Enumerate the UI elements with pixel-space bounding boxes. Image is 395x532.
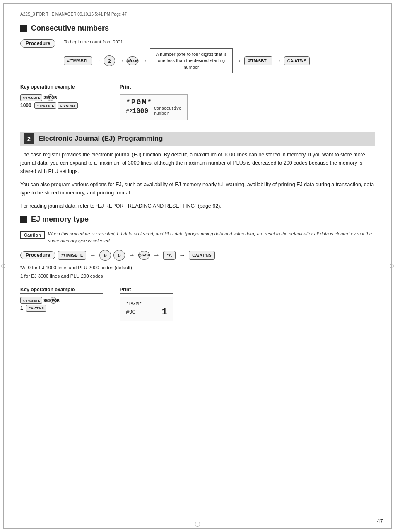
ej-para3: For reading journal data, refer to “EJ R… <box>20 202 375 210</box>
print-1000: 1000 <box>132 108 148 115</box>
print-pgm-1: *PGM* <box>126 98 181 106</box>
key-op-row-2: 1000 #/TM/SBTL CA/AT/NS <box>20 102 103 109</box>
consec-note: Consecutive number <box>154 106 181 116</box>
ej-arrow-4: → <box>179 252 185 259</box>
consecutive-title-text: Consecutive numbers <box>31 24 109 33</box>
key-op-label-1: Key operation example <box>20 84 103 91</box>
key-op-col-1: Key operation example #/TM/SBTL 2 @/FOR … <box>20 84 103 120</box>
ej-arrow-3: → <box>153 252 160 259</box>
caution-badge: Caution <box>20 231 45 239</box>
ej-sbtl-key: #/TM/SBTL <box>58 251 86 260</box>
ca-at-ns-key-1: CA/AT/NS <box>284 56 310 65</box>
ej-for-key: @/FOR <box>138 251 150 260</box>
ej-para1: The cash register provides the electroni… <box>20 151 375 175</box>
ej-section-header: 2 Electronic Journal (EJ) Programming <box>20 132 375 146</box>
footnote-line2: 1 for EJ 3000 lines and PLU 200 codes <box>20 272 375 280</box>
page-header: A22S_3 FOR THE MANAGER 09.10.16 5:41 PM … <box>20 12 375 17</box>
info-box: A number (one to four digits) that is on… <box>150 48 233 73</box>
ej-print-box: *PGM* #90 1 <box>120 297 173 321</box>
ej-1: 1 <box>20 305 23 311</box>
header-text: A22S_3 FOR THE MANAGER 09.10.16 5:41 PM … <box>20 12 127 17</box>
ej-small-sbtl: #/TM/SBTL <box>20 297 42 304</box>
num1000: 1000 <box>20 103 31 108</box>
print-hash2: #2 <box>126 108 132 115</box>
black-square-icon-2 <box>20 216 27 223</box>
ej-para2: You can also program various options for… <box>20 180 375 197</box>
small-sbtl-1: #/TM/SBTL <box>20 94 42 101</box>
ej-procedure-row: Procedure #/TM/SBTL → 9 0 → @/FOR → *A →… <box>20 250 375 261</box>
ej-print-detail: #90 1 <box>126 307 167 317</box>
htm-sbtl-key-1: #/TM/SBTL <box>64 56 92 65</box>
ej-num0-key: 0 <box>113 250 125 261</box>
ej-key-op-row-2: 1 CA/AT/NS <box>20 305 103 312</box>
crop-mark-br <box>385 522 390 527</box>
ej-print-pgm: *PGM* <box>126 301 167 307</box>
ej-key-op-label: Key operation example <box>20 287 103 294</box>
ej-memory-title: EJ memory type <box>20 215 375 224</box>
crop-mark-tl <box>5 5 10 10</box>
flow-note: To begin the count from 0001 <box>64 39 310 44</box>
ej-footnote: *A: 0 for EJ 1000 lines and PLU 2000 cod… <box>20 264 375 280</box>
ej-section-num: 2 <box>24 133 34 144</box>
page-border: A22S_3 FOR THE MANAGER 09.10.16 5:41 PM … <box>3 3 392 529</box>
ej-small-ca: CA/AT/NS <box>26 305 46 312</box>
ej-print-col: Print *PGM* #90 1 <box>120 287 173 321</box>
arrow-3: → <box>141 57 147 65</box>
ej-ca-key: CA/AT/NS <box>189 251 214 260</box>
ej-small-for: @/FOR <box>50 297 57 304</box>
ej-num9-key: 9 <box>99 250 111 261</box>
small-for-1: @/FOR <box>47 94 54 101</box>
side-mark-left <box>1 264 5 268</box>
print-box-1: *PGM* #2 1000 Consecutive number <box>120 94 188 120</box>
key-op-row-1: #/TM/SBTL 2 @/FOR <box>20 94 103 101</box>
arrow-4: → <box>235 57 242 65</box>
ej-arrow-1: → <box>89 252 96 259</box>
crop-mark-tr <box>385 5 390 10</box>
small-sbtl-2: #/TM/SBTL <box>34 102 56 109</box>
at-for-key-1: @/FOR <box>127 56 138 65</box>
caution-box: Caution When this procedure is executed,… <box>20 230 375 244</box>
print-detail-row: #2 1000 Consecutive number <box>126 106 181 116</box>
arrow-1: → <box>94 57 101 65</box>
footnote-line1: *A: 0 for EJ 1000 lines and PLU 2000 cod… <box>20 264 375 272</box>
print-col-1: Print *PGM* #2 1000 Consecutive number <box>120 84 188 120</box>
center-mark <box>195 522 200 527</box>
procedure-badge-2: Procedure <box>20 251 55 259</box>
page-number: 47 <box>377 518 383 524</box>
ej-two-col: Key operation example #/TM/SBTL 90 @/FOR… <box>20 287 375 321</box>
arrow-2: → <box>118 57 124 65</box>
ej-print-1: 1 <box>162 307 167 317</box>
print-label-1: Print <box>120 84 188 91</box>
ej-print-hash90: #90 <box>126 309 135 315</box>
side-mark-right <box>390 264 394 268</box>
small-ca-1: CA/AT/NS <box>58 102 78 109</box>
crop-mark-bl <box>5 522 10 527</box>
black-square-icon <box>20 25 27 32</box>
arrow-5: → <box>275 57 282 65</box>
htm-sbtl-key-2: #/TM/SBTL <box>244 56 272 65</box>
num2-key: 2 <box>104 55 115 66</box>
ej-memory-title-text: EJ memory type <box>31 215 89 224</box>
ej-arrow-2: → <box>128 252 135 259</box>
ej-section-title: Electronic Journal (EJ) Programming <box>39 134 163 143</box>
caution-text: When this procedure is executed, EJ data… <box>48 230 375 244</box>
ej-print-label: Print <box>120 287 173 294</box>
consecutive-section-title: Consecutive numbers <box>20 24 375 33</box>
procedure-badge-1: Procedure <box>20 39 55 48</box>
consecutive-two-col: Key operation example #/TM/SBTL 2 @/FOR … <box>20 84 375 120</box>
consecutive-flow-row: #/TM/SBTL → 2 → @/FOR → A number (one to… <box>64 48 310 73</box>
ej-key-op-row-1: #/TM/SBTL 90 @/FOR <box>20 297 103 304</box>
ej-star-a-key: *A <box>163 251 176 260</box>
ej-key-op-col: Key operation example #/TM/SBTL 90 @/FOR… <box>20 287 103 321</box>
